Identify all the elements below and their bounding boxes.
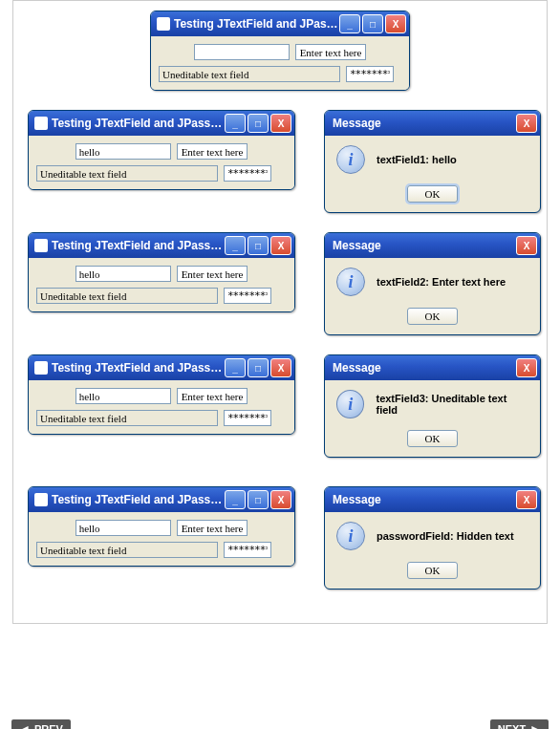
page-nav: ◄ PREV NEXT ► [0,624,560,729]
dialog-content: i textField3: Uneditable text field [336,390,528,418]
close-button[interactable]: X [516,236,537,255]
text-field-1[interactable] [75,520,171,536]
close-button[interactable]: X [385,14,406,33]
arrow-right-icon: ► [529,722,541,729]
dialog-body: i passwordField: Hidden text OK [325,512,540,589]
enter-text-button[interactable]: Enter text here [177,520,248,536]
maximize-button[interactable]: □ [248,358,269,377]
figure-page: Testing JTextField and JPasswor... _ □ X… [12,0,548,624]
ok-button[interactable]: OK [407,185,459,203]
window-buttons: _ □ X [225,358,291,377]
enter-text-button[interactable]: Enter text here [177,266,248,282]
window-buttons: _ □ X [339,14,406,33]
window-title: Testing JTextField and JPasswor... [52,361,225,375]
prev-label: PREV [34,723,63,729]
password-field[interactable] [224,410,271,426]
window-body: Enter text here [29,258,294,311]
title-bar: Testing JTextField and JPasswor... _ □ X [151,11,409,36]
field-row-2 [36,165,287,182]
dialog-body: i textField1: hello OK [325,136,540,212]
minimize-button[interactable]: _ [225,358,246,377]
app-window: Testing JTextField and JPasswor... _ □ X… [150,11,410,91]
window-buttons: X [516,114,537,133]
info-icon: i [336,390,364,418]
minimize-button[interactable]: _ [225,114,246,133]
password-field[interactable] [346,66,394,82]
dialog-message: textField2: Enter text here [377,276,506,288]
dialog-message: textField1: hello [377,154,457,165]
password-field[interactable] [224,165,271,182]
field-row-2 [36,410,287,426]
maximize-button[interactable]: □ [362,14,383,33]
window-buttons: X [516,236,537,255]
dialog-title: Message [333,239,516,252]
enter-text-button[interactable]: Enter text here [177,388,248,404]
ok-button[interactable]: OK [407,562,459,579]
prev-button[interactable]: ◄ PREV [11,719,71,729]
maximize-button[interactable]: □ [248,236,269,255]
title-bar: Testing JTextField and JPasswor... _ □ X [29,233,294,258]
minimize-button[interactable]: _ [225,490,246,509]
dialog-content: i textField1: hello [336,145,528,174]
field-row-1: Enter text here [36,266,287,282]
example-row-1: Testing JTextField and JPasswor... _ □ X… [18,11,542,91]
window-buttons: _ □ X [225,236,291,255]
java-icon [34,493,48,506]
uneditable-field [36,288,218,304]
close-button[interactable]: X [270,236,291,255]
dialog-message: textField3: Uneditable text field [376,393,528,416]
window-body: Enter text here [29,512,294,566]
close-button[interactable]: X [516,490,537,509]
text-field-1[interactable] [194,44,290,60]
close-button[interactable]: X [516,114,537,133]
maximize-button[interactable]: □ [248,114,269,133]
dialog-title-bar: Message X [325,355,540,380]
info-icon: i [336,145,365,174]
uneditable-field [36,165,218,182]
window-title: Testing JTextField and JPasswor... [174,17,339,31]
message-dialog: Message X i passwordField: Hidden text O… [324,486,541,590]
example-row-4: Testing JTextField and JPasswor... _ □ X… [18,354,542,458]
info-icon: i [336,268,365,296]
window-title: Testing JTextField and JPasswor... [52,117,225,130]
field-row-2 [36,542,287,558]
dialog-body: i textField2: Enter text here OK [325,258,540,334]
next-label: NEXT [498,723,526,729]
message-dialog: Message X i textField3: Uneditable text … [324,354,541,458]
java-icon [34,361,48,375]
password-field[interactable] [224,542,271,558]
app-window: Testing JTextField and JPasswor... _ □ X… [28,232,295,312]
maximize-button[interactable]: □ [248,490,269,509]
close-button[interactable]: X [516,358,537,377]
uneditable-field [36,410,218,426]
text-field-1[interactable] [75,143,171,160]
ok-button[interactable]: OK [407,308,459,325]
message-dialog: Message X i textField1: hello OK [324,110,541,213]
window-buttons: X [516,358,537,377]
close-button[interactable]: X [270,114,291,133]
enter-text-button[interactable]: Enter text here [177,143,248,160]
field-row-2 [159,66,401,82]
text-field-1[interactable] [75,388,171,404]
dialog-content: i textField2: Enter text here [336,268,528,296]
next-button[interactable]: NEXT ► [490,719,549,729]
text-field-1[interactable] [75,266,171,282]
ok-button[interactable]: OK [407,430,459,447]
window-title: Testing JTextField and JPasswor... [52,239,225,252]
app-window: Testing JTextField and JPasswor... _ □ X… [28,486,295,567]
field-row-1: Enter text here [36,520,287,536]
window-body: Enter text here [29,136,294,189]
java-icon [157,17,170,31]
password-field[interactable] [224,288,271,304]
enter-text-button[interactable]: Enter text here [295,44,367,60]
minimize-button[interactable]: _ [225,236,246,255]
window-body: Enter text here [151,36,409,90]
minimize-button[interactable]: _ [339,14,360,33]
close-button[interactable]: X [270,358,291,377]
dialog-title: Message [333,493,516,506]
field-row-1: Enter text here [159,44,401,60]
arrow-left-icon: ◄ [19,722,31,729]
window-body: Enter text here [29,380,294,434]
uneditable-field [159,66,340,82]
close-button[interactable]: X [270,490,291,509]
